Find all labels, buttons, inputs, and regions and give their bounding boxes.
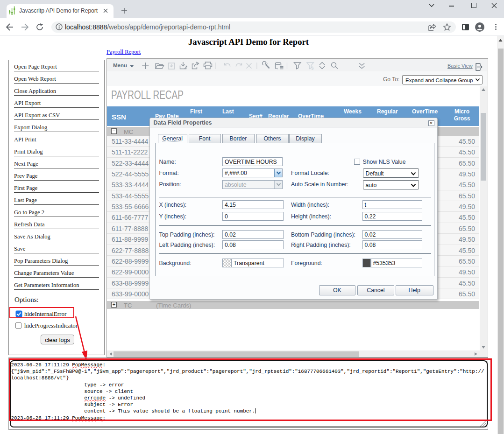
svg-text:$: $: [312, 66, 314, 70]
